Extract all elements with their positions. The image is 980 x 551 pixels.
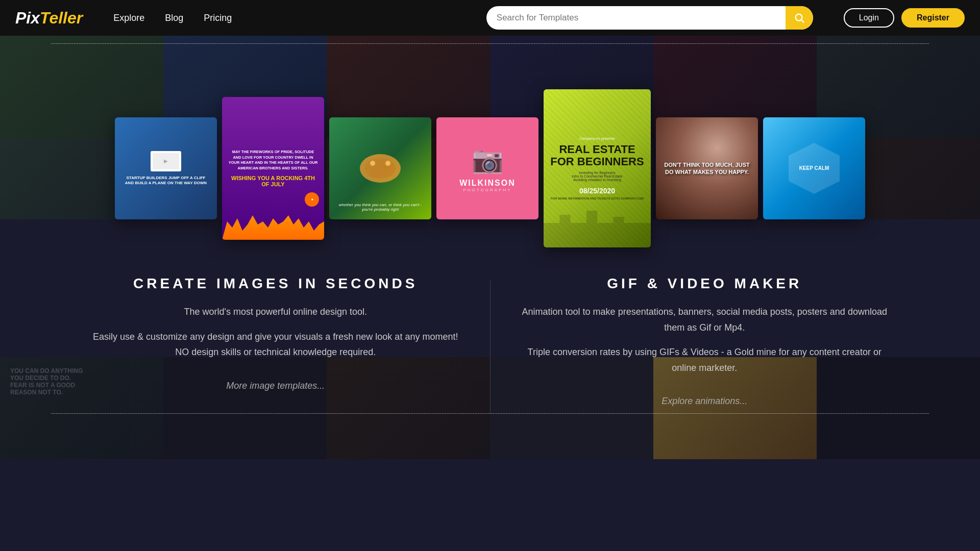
card-quote-text: whether you think you can, or think you …: [334, 203, 426, 212]
register-button[interactable]: Register: [901, 8, 965, 28]
nav-blog[interactable]: Blog: [165, 13, 183, 23]
bottom-divider: [51, 413, 929, 414]
logo-pix: Pix: [15, 9, 40, 28]
hexagon-shape: keep calm: [789, 143, 840, 194]
section-title-gif: GIF & VIDEO MAKER: [521, 276, 889, 292]
svg-point-0: [795, 14, 802, 21]
template-card-dontthink[interactable]: DON'T THINK TOO MUCH, JUST DO WHAT MAKES…: [656, 117, 758, 219]
svg-line-1: [801, 20, 804, 22]
nav-explore[interactable]: Explore: [113, 13, 144, 23]
svg-point-3: [365, 158, 396, 179]
search-icon: [794, 12, 805, 23]
card-july4-text1: MAY THE FIREWORKS OF PRIDE, SOLITUDE AND…: [228, 149, 318, 171]
card-realestate-info: FOR MORE INFORMATION AND TICKETS GOTO CO…: [551, 197, 644, 200]
nav-links: Explore Blog Pricing: [113, 13, 466, 23]
section-title-images: CREATE IMAGES IN SECONDS: [92, 276, 459, 292]
content-section: CREATE IMAGES IN SECONDS The world's mos…: [0, 255, 980, 434]
more-templates-link[interactable]: More image templates...: [92, 381, 459, 391]
laptop-screen: [153, 153, 179, 169]
login-button[interactable]: Login: [844, 8, 894, 28]
navbar: PixTeller Explore Blog Pricing Login Reg…: [0, 0, 980, 36]
card-startup-text: STARTUP BUILDERS JUMP OFF A CLIFF AND BU…: [122, 176, 210, 186]
template-card-july4[interactable]: MAY THE FIREWORKS OF PRIDE, SOLITUDE AND…: [222, 97, 324, 240]
card-keepcalm-text: keep calm: [799, 165, 829, 172]
card-realestate-date: 08/25/2020: [579, 187, 615, 195]
search-button[interactable]: [786, 6, 813, 30]
template-card-realestate[interactable]: Company inc presents REAL ESTATE FOR BEG…: [544, 89, 651, 247]
card-realestate-title: REAL ESTATE FOR BEGINNERS: [550, 143, 645, 168]
svg-point-4: [370, 161, 375, 166]
content-left: CREATE IMAGES IN SECONDS The world's mos…: [61, 276, 490, 413]
section-desc-images-2: Easily use & customize any design and gi…: [92, 329, 459, 360]
card-dontthink-text: DON'T THINK TOO MUCH, JUST DO WHAT MAKES…: [656, 156, 758, 181]
camera-icon: 📷: [472, 145, 503, 174]
card-brand-name: WILKINSON: [459, 179, 516, 188]
card-july4-text2: WISHING YOU A ROCKING 4TH OF JULY: [228, 175, 318, 187]
template-card-startup[interactable]: STARTUP BUILDERS JUMP OFF A CLIFF AND BU…: [115, 117, 217, 219]
card-july4-badge: ★: [305, 192, 319, 207]
search-input[interactable]: [486, 6, 786, 30]
card-realestate-sub: Investing for Beginners Intro to Commerc…: [572, 171, 622, 182]
card-realestate-company: Company inc presents: [579, 137, 615, 140]
section-desc-images-1: The world's most powerful online design …: [92, 304, 459, 320]
logo-teller: Teller: [40, 9, 83, 28]
explore-animations-link[interactable]: Explore animations...: [521, 396, 889, 407]
top-divider: [51, 43, 929, 44]
templates-row: STARTUP BUILDERS JUMP OFF A CLIFF AND BU…: [115, 89, 865, 247]
logo[interactable]: PixTeller: [15, 9, 83, 28]
laptop-icon: [151, 151, 181, 171]
content-right: GIF & VIDEO MAKER Animation tool to make…: [491, 276, 919, 413]
section-desc-gif-1: Animation tool to make presentations, ba…: [521, 304, 889, 335]
card-july4-city: [222, 209, 324, 240]
auth-buttons: Login Register: [844, 8, 965, 28]
card-brand-sub: PHOTOGRAPHY: [463, 188, 511, 192]
template-card-keepcalm[interactable]: keep calm: [763, 117, 865, 219]
template-card-quote[interactable]: whether you think you can, or think you …: [329, 117, 431, 219]
nav-pricing[interactable]: Pricing: [204, 13, 232, 23]
section-desc-gif-2: Triple conversion rates by using GIFs & …: [521, 344, 889, 375]
svg-point-5: [385, 161, 390, 166]
template-card-wilkinson[interactable]: 📷 WILKINSON PHOTOGRAPHY: [436, 117, 538, 219]
search-bar: [486, 6, 813, 30]
